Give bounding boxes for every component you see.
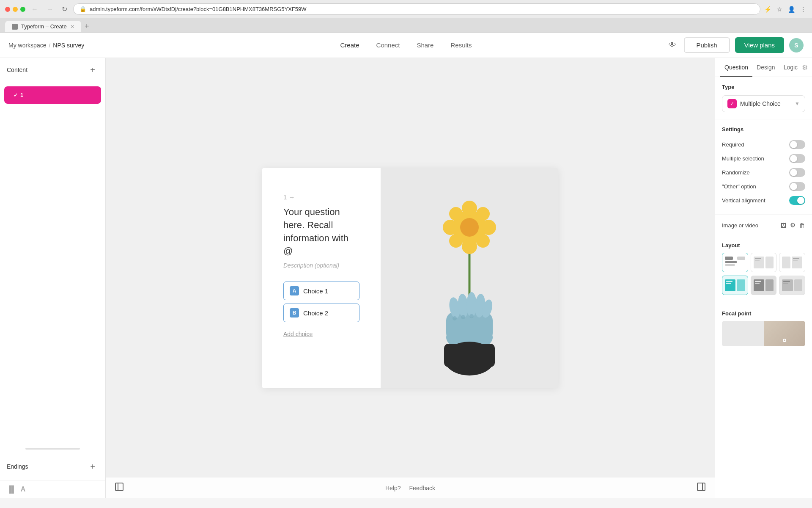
tab-question[interactable]: Question (720, 58, 752, 77)
canvas-bottom: Help? Feedback (106, 478, 715, 498)
svg-rect-24 (115, 483, 123, 491)
maximize-traffic-light[interactable] (20, 7, 25, 12)
svg-point-4 (462, 239, 477, 254)
layout-option-4[interactable] (722, 276, 748, 295)
question-description[interactable]: Description (optional) (283, 262, 359, 269)
settings-title: Settings (722, 126, 805, 133)
toggle-other: "Other" option (722, 179, 805, 193)
type-chevron-icon: ▼ (795, 101, 800, 107)
menu-icon[interactable]: ⋮ (799, 6, 807, 13)
layout-section: Layout (715, 236, 812, 304)
sidebar-header: Content + (0, 58, 105, 82)
layout-option-3[interactable] (779, 253, 805, 272)
browser-tab[interactable]: Typeform – Create ✕ (5, 21, 81, 32)
canvas-nav-right[interactable] (696, 482, 706, 494)
focal-preview[interactable] (722, 321, 805, 346)
check-icon: ✓ (14, 92, 18, 98)
vertical-label: Vertical alignment (722, 197, 765, 204)
svg-point-23 (469, 314, 474, 318)
workspace-link[interactable]: My workspace (8, 42, 46, 49)
layout-option-1[interactable] (722, 253, 748, 272)
layout-grid-top (722, 253, 805, 272)
svg-point-7 (449, 207, 463, 221)
settings-gear-icon[interactable]: ⚙ (802, 64, 808, 72)
close-traffic-light[interactable] (5, 7, 10, 12)
type-selector[interactable]: ✓ Multiple Choice ▼ (722, 95, 805, 112)
back-button[interactable]: ← (29, 5, 41, 14)
question-item-1[interactable]: ✓ 1 (4, 86, 101, 104)
image-section: Image or video 🖼 ⚙ 🗑 (715, 215, 812, 236)
feedback-link[interactable]: Feedback (409, 485, 435, 491)
add-choice-link[interactable]: Add choice (283, 331, 359, 337)
other-toggle[interactable] (789, 182, 805, 191)
nav-results[interactable]: Results (442, 38, 480, 52)
profile-icon[interactable]: 👤 (787, 6, 795, 13)
main-nav: Create Connect Share Results (332, 38, 480, 52)
add-content-button[interactable]: + (87, 64, 99, 76)
nav-create[interactable]: Create (332, 38, 368, 52)
image-upload-button[interactable]: 🖼 (780, 222, 787, 229)
forward-button[interactable]: → (44, 5, 56, 14)
layout-option-5[interactable] (751, 276, 777, 295)
svg-rect-26 (697, 483, 705, 491)
toggle-multiple: Multiple selection (722, 152, 805, 166)
extensions-icon[interactable]: ⚡ (764, 6, 771, 13)
nav-share[interactable]: Share (408, 38, 442, 52)
image-label: Image or video (722, 222, 777, 229)
svg-rect-20 (444, 344, 495, 367)
svg-point-22 (461, 315, 465, 319)
image-adjust-button[interactable]: ⚙ (790, 221, 796, 229)
add-ending-button[interactable]: + (87, 461, 99, 472)
svg-point-10 (476, 234, 490, 248)
help-link[interactable]: Help? (385, 485, 401, 491)
focal-right (764, 321, 806, 346)
choices-list: A Choice 1 B Choice 2 (283, 282, 359, 322)
required-toggle[interactable] (789, 140, 805, 149)
choice-a[interactable]: A Choice 1 (283, 282, 359, 300)
preview-button[interactable]: 👁 (666, 38, 679, 52)
other-label: "Other" option (722, 183, 756, 190)
canvas-nav-left[interactable] (114, 482, 124, 494)
address-bar[interactable]: 🔒 admin.typeform.com/form/sWDtsfDj/creat… (73, 3, 760, 15)
choice-b[interactable]: B Choice 2 (283, 304, 359, 322)
question-text[interactable]: Your question here. Recall information w… (283, 206, 359, 258)
randomize-toggle[interactable] (789, 168, 805, 177)
layout-option-6[interactable] (779, 276, 805, 295)
refresh-button[interactable]: ↻ (59, 4, 70, 14)
nav-connect[interactable]: Connect (368, 38, 409, 52)
sidebar-bottom: ▐▌ A (0, 480, 105, 498)
publish-button[interactable]: Publish (684, 37, 730, 53)
avatar[interactable]: S (789, 38, 804, 52)
layout-option-2[interactable] (751, 253, 777, 272)
choice-letter-a: A (290, 286, 299, 295)
sidebar-bar-icon: ▐▌ (7, 486, 16, 493)
endings-title: Endings (7, 463, 28, 470)
form-image-svg (381, 168, 558, 388)
question-label-row: 1 → (283, 193, 359, 201)
bookmark-icon[interactable]: ☆ (776, 6, 783, 13)
form-image (381, 168, 558, 388)
tab-title: Typeform – Create (21, 23, 67, 30)
tab-logic[interactable]: Logic (779, 58, 802, 77)
left-sidebar: Content + ✓ 1 Endings + ▐▌ (0, 58, 106, 498)
sidebar-font-icon: A (21, 486, 26, 493)
minimize-traffic-light[interactable] (13, 7, 18, 12)
question-number: 1 (20, 92, 23, 98)
form-content: 1 → Your question here. Recall informati… (262, 168, 381, 388)
new-tab-button[interactable]: + (85, 22, 89, 31)
tab-design[interactable]: Design (752, 58, 779, 77)
layout-grid-bottom (722, 276, 805, 295)
vertical-toggle[interactable] (789, 196, 805, 205)
breadcrumb-separator: / (49, 42, 50, 49)
tab-close-button[interactable]: ✕ (70, 24, 74, 30)
choice-text-b: Choice 2 (303, 309, 328, 317)
question-number-label: 1 → (283, 193, 295, 201)
app-header: My workspace / NPS survey Create Connect… (0, 33, 812, 58)
q-number: 1 (283, 193, 287, 201)
image-delete-button[interactable]: 🗑 (799, 222, 805, 229)
svg-point-6 (481, 220, 496, 235)
svg-point-21 (453, 316, 457, 320)
multiple-toggle[interactable] (789, 154, 805, 163)
view-plans-button[interactable]: View plans (735, 37, 784, 53)
svg-point-9 (449, 234, 463, 248)
